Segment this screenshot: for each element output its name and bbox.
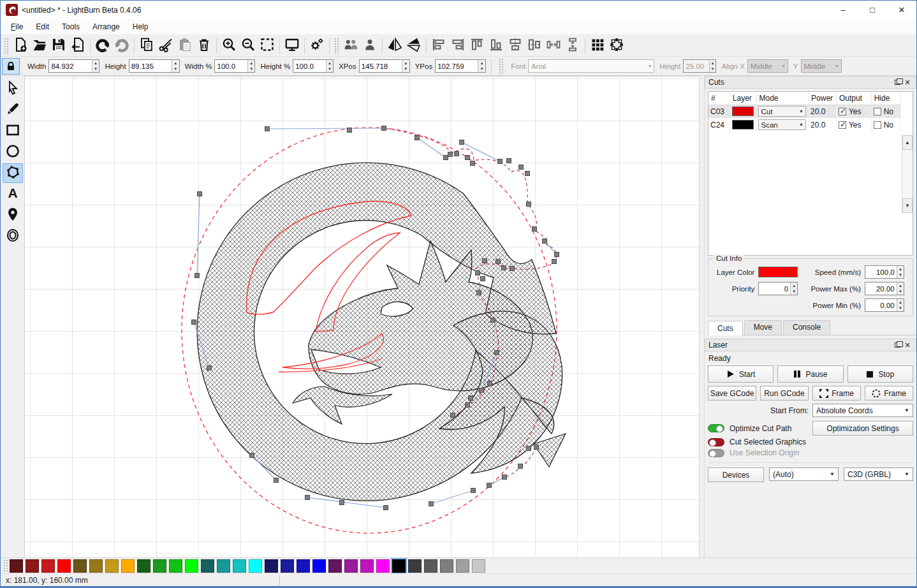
- height-pct-field[interactable]: ▲▼: [293, 59, 334, 73]
- toolbar-grip[interactable]: [4, 38, 9, 54]
- path-node[interactable]: [534, 445, 539, 450]
- tool-ellipse[interactable]: [3, 142, 23, 162]
- power-max-field[interactable]: ▲▼: [865, 282, 904, 295]
- path-node[interactable]: [543, 239, 547, 244]
- path-node[interactable]: [481, 277, 485, 281]
- cuts-table-scrollbar[interactable]: ▲ ▼: [902, 135, 913, 213]
- path-node[interactable]: [552, 260, 557, 264]
- copy-button[interactable]: [137, 36, 156, 55]
- layer-color-chip[interactable]: [732, 120, 754, 129]
- cut-selected-graphics-toggle[interactable]: [708, 438, 724, 446]
- path-node[interactable]: [518, 464, 523, 469]
- path-node[interactable]: [555, 253, 559, 257]
- speed-field[interactable]: ▲▼: [865, 265, 904, 279]
- close-button[interactable]: ✕: [887, 1, 916, 19]
- distribute-vertical-button[interactable]: [563, 36, 582, 55]
- float-panel-icon[interactable]: [892, 341, 902, 349]
- scroll-down-icon[interactable]: ▼: [902, 198, 913, 213]
- palette-swatch-26[interactable]: [424, 559, 437, 573]
- tool-offset[interactable]: [3, 226, 23, 246]
- delete-button[interactable]: [194, 36, 214, 55]
- scrollbar-track[interactable]: [902, 150, 913, 198]
- frame-selection-button[interactable]: [258, 36, 277, 55]
- width-pct-field[interactable]: ▲▼: [214, 59, 255, 73]
- hide-checkbox[interactable]: [874, 108, 881, 115]
- spinner-arrows[interactable]: ▲▼: [247, 60, 254, 72]
- import-button[interactable]: [68, 36, 87, 55]
- palette-swatch-19[interactable]: [312, 559, 326, 573]
- group-button[interactable]: [341, 36, 360, 55]
- tool-rectangle[interactable]: [3, 121, 23, 141]
- layer-output-cell[interactable]: Yes: [836, 118, 871, 131]
- column-header-num[interactable]: #: [708, 92, 730, 105]
- distribute-horizontal-button[interactable]: [544, 36, 563, 55]
- path-node[interactable]: [455, 152, 459, 156]
- palette-swatch-8[interactable]: [137, 559, 150, 573]
- path-node[interactable]: [448, 152, 453, 157]
- palette-swatch-5[interactable]: [89, 559, 103, 573]
- palette-swatch-14[interactable]: [233, 559, 246, 573]
- palette-swatch-21[interactable]: [344, 559, 358, 573]
- align-left-button[interactable]: [429, 36, 448, 55]
- path-node[interactable]: [384, 506, 388, 510]
- palette-swatch-11[interactable]: [185, 559, 198, 573]
- bezier-handle[interactable]: [267, 128, 384, 129]
- spinner-arrows[interactable]: ▲▼: [897, 266, 904, 278]
- hide-checkbox[interactable]: [874, 121, 881, 129]
- start-button[interactable]: Start: [708, 365, 774, 383]
- path-node[interactable]: [525, 172, 530, 176]
- palette-swatch-10[interactable]: [169, 559, 182, 573]
- width-field[interactable]: ▲▼: [48, 59, 99, 73]
- settings-button[interactable]: [307, 36, 326, 55]
- priority-field[interactable]: ▲▼: [758, 282, 798, 295]
- align-x-combo[interactable]: Middle▾: [747, 59, 788, 73]
- minimize-button[interactable]: –: [828, 1, 858, 19]
- align-top-button[interactable]: [467, 36, 487, 55]
- port-dropdown[interactable]: (Auto)▼: [769, 467, 839, 481]
- palette-swatch-0[interactable]: [10, 559, 23, 573]
- path-node[interactable]: [519, 165, 524, 170]
- palette-swatch-27[interactable]: [440, 559, 453, 573]
- height-field[interactable]: ▲▼: [129, 59, 180, 73]
- font-combo[interactable]: Arial▾: [528, 59, 654, 73]
- palette-swatch-7[interactable]: [121, 559, 135, 573]
- path-node[interactable]: [207, 366, 212, 371]
- palette-swatch-24[interactable]: [392, 559, 406, 573]
- path-node[interactable]: [192, 320, 196, 325]
- column-header-output[interactable]: Output: [836, 92, 871, 105]
- layer-mode-dropdown[interactable]: Scan▼: [758, 119, 806, 130]
- layer-output-cell[interactable]: Yes: [836, 105, 871, 118]
- layer-color-chip[interactable]: [732, 107, 754, 116]
- path-node[interactable]: [444, 156, 448, 160]
- path-node[interactable]: [503, 475, 507, 480]
- path-node[interactable]: [415, 136, 420, 140]
- path-node[interactable]: [527, 446, 531, 451]
- palette-swatch-9[interactable]: [153, 559, 166, 573]
- cut-button[interactable]: [156, 36, 175, 55]
- layer-row-C03[interactable]: C03Cut▼20.0YesNo: [708, 105, 901, 118]
- palette-swatch-28[interactable]: [456, 559, 469, 573]
- path-node[interactable]: [466, 156, 470, 160]
- circular-array-button[interactable]: [607, 36, 626, 55]
- palette-swatch-13[interactable]: [217, 559, 230, 573]
- bezier-handle[interactable]: [197, 194, 200, 276]
- layer-hide-cell[interactable]: No: [871, 118, 900, 131]
- dragon-jaw[interactable]: [293, 386, 392, 424]
- ungroup-button[interactable]: [360, 36, 379, 55]
- tool-text[interactable]: A: [3, 184, 23, 204]
- path-node[interactable]: [496, 260, 501, 264]
- close-panel-icon[interactable]: ✕: [902, 78, 913, 87]
- path-node[interactable]: [507, 159, 511, 163]
- path-node[interactable]: [348, 128, 352, 133]
- menu-item-edit[interactable]: Edit: [29, 20, 55, 33]
- spinner-arrows[interactable]: ▲▼: [172, 60, 179, 72]
- optimization-settings-button[interactable]: Optimization Settings: [812, 421, 913, 436]
- tab-console[interactable]: Console: [783, 320, 830, 335]
- path-node[interactable]: [491, 318, 495, 323]
- path-node[interactable]: [460, 140, 464, 145]
- menu-item-file[interactable]: File: [4, 20, 29, 33]
- palette-swatch-23[interactable]: [376, 559, 390, 573]
- spinner-arrows[interactable]: ▲▼: [326, 60, 333, 72]
- power-min-field[interactable]: ▲▼: [865, 298, 904, 312]
- palette-swatch-4[interactable]: [73, 559, 87, 573]
